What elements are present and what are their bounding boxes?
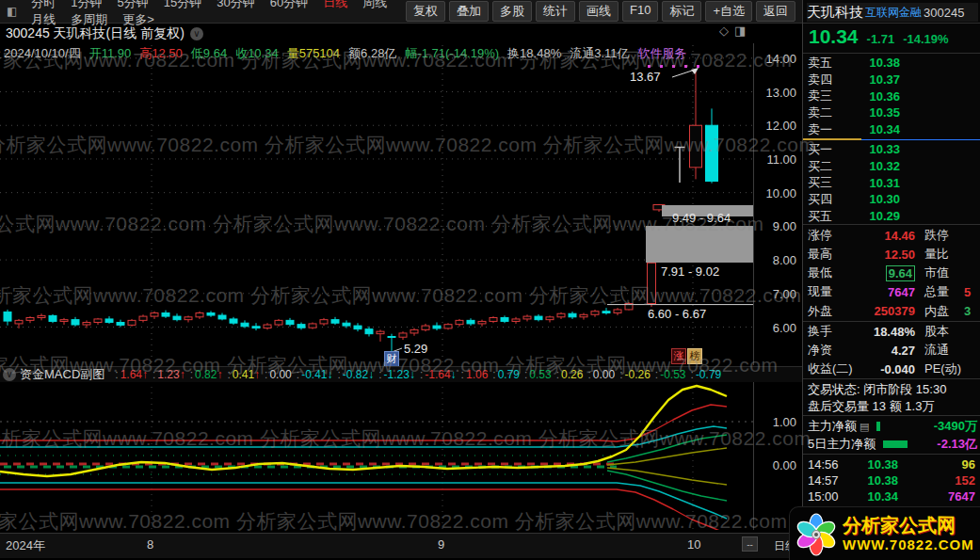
macd-value-number: 1.06	[466, 368, 488, 381]
stat-value: 12.50	[857, 248, 915, 262]
macd-value-number: 0.00	[269, 368, 291, 381]
tick-time: 15:00	[808, 489, 849, 504]
last-price: 10.34	[809, 25, 859, 48]
toolbar-button-画线[interactable]: 画线	[579, 1, 619, 22]
flow-bar	[876, 422, 880, 431]
toolbar-button-复权[interactable]: 复权	[406, 1, 445, 22]
stat-label: 换手	[808, 323, 857, 340]
macd-value: :0.53	[524, 368, 552, 381]
order-level-label: 买五	[808, 208, 847, 225]
stat-row: 涨停14.46跌停	[803, 226, 980, 245]
toolbar-button-F10[interactable]: F10	[622, 1, 658, 22]
bid-row-买二[interactable]: 买二10.32	[803, 158, 980, 175]
stock-app-window: ◧ 分时1分钟5分钟15分钟30分钟60分钟日线周线月线多周期更多> 复权叠加多…	[0, 0, 980, 560]
macd-value-number: -1.64	[425, 368, 450, 381]
tick-row: 14:5610.3896	[803, 456, 980, 472]
site-logo[interactable]: 分析家公式网 WWW.70822.COM	[789, 506, 980, 560]
bid-row-买三[interactable]: 买三10.31	[803, 174, 980, 191]
macd-value-separator: :	[115, 368, 118, 381]
order-level-price: 10.38	[847, 56, 900, 70]
period-button-1分钟[interactable]: 1分钟	[63, 0, 109, 9]
stock-name: 天玑科技	[807, 4, 863, 22]
arrow-up-icon: ↑	[217, 368, 222, 381]
main-flow-value: -3490万	[934, 418, 977, 435]
macd-value: :0.41↑	[227, 368, 260, 381]
toolbar-button-叠加[interactable]: 叠加	[449, 1, 489, 22]
tick-volume: 152	[898, 473, 975, 488]
list-icon[interactable]: ▤	[860, 421, 869, 433]
ask-row-卖五[interactable]: 卖五10.38	[803, 55, 980, 72]
stat-label: 最高	[808, 246, 857, 263]
macd-value: :-0.79	[691, 368, 722, 381]
macd-value: :0.00	[265, 368, 292, 381]
axis-more-button[interactable]: --	[742, 536, 758, 552]
toolbar-button-统计[interactable]: 统计	[536, 1, 575, 22]
macd-value: :0.79	[492, 368, 520, 381]
window-layout-icon[interactable]: ◧	[7, 5, 17, 18]
period-button-周线[interactable]: 周线	[355, 0, 394, 9]
top-toolbar: ◧ 分时1分钟5分钟15分钟30分钟60分钟日线周线月线多周期更多> 复权叠加多…	[0, 0, 802, 24]
period-button-月线[interactable]: 月线	[24, 12, 63, 26]
bid-row-买五[interactable]: 买五10.29	[803, 208, 980, 225]
ask-row-卖四[interactable]: 卖四10.37	[803, 72, 980, 88]
period-button-更多>[interactable]: 更多>	[115, 12, 162, 26]
period-button-日线[interactable]: 日线	[315, 0, 355, 9]
period-button-分时[interactable]: 分时	[24, 0, 63, 9]
ohlc-segment: 软件服务	[638, 45, 687, 62]
period-button-5分钟[interactable]: 5分钟	[110, 0, 156, 9]
diamond-icon[interactable]: ◇	[719, 24, 734, 38]
order-level-price: 10.29	[847, 209, 900, 223]
macd-value: :-1.64↓	[420, 368, 457, 381]
price-change: -1.71	[867, 32, 895, 46]
bid-row-买一[interactable]: 买一10.33	[803, 141, 980, 158]
macd-value: :-0.82↓	[338, 368, 375, 381]
sector-link[interactable]: 互联网金融	[865, 5, 922, 21]
macd-value-separator: :	[587, 368, 590, 381]
stat-value: -0.040	[857, 362, 915, 376]
macd-panel-header: ∨ 资金MACD副图 :1.64↑:1.23↑:0.82↑:0.41↑:0.00…	[0, 366, 802, 382]
macd-indicator-title[interactable]: 资金MACD副图	[20, 366, 104, 382]
stat-label: 涨停	[808, 227, 857, 244]
period-button-多周期[interactable]: 多周期	[63, 12, 115, 26]
panel-toggle-icon[interactable]: ◨	[734, 24, 751, 38]
stat-value: 7647	[857, 285, 915, 299]
stat-label: 市值	[924, 264, 964, 281]
bid-row-买四[interactable]: 买四10.30	[803, 191, 980, 208]
tick-row: 15:0010.347647	[803, 488, 980, 504]
stat-value-clipped: 3	[964, 304, 979, 318]
stat-label: 收益(二)	[808, 360, 857, 377]
chevron-down-icon[interactable]: ∨	[190, 27, 203, 40]
x-axis-tick: 8	[147, 537, 153, 552]
x-axis-bar: -- 日线 2024年8910	[0, 533, 802, 558]
macd-indicator-chart[interactable]	[0, 381, 802, 530]
macd-value: :-0.53	[655, 368, 686, 381]
stat-label: 跌停	[924, 227, 964, 244]
stat-value: 9.64	[857, 266, 915, 280]
toolbar-button-+自选[interactable]: +自选	[705, 1, 752, 22]
toolbar-button-标记[interactable]: 标记	[662, 1, 701, 22]
gap-zone-box	[646, 226, 753, 263]
macd-value-separator: :	[338, 368, 341, 381]
order-level-price: 10.37	[847, 72, 900, 87]
arrow-down-icon: ↓	[451, 368, 457, 381]
chevron-down-icon[interactable]: ∨	[3, 368, 16, 381]
toolbar-button-多股[interactable]: 多股	[492, 1, 532, 22]
toolbar-button-返回[interactable]: 返回	[756, 1, 795, 22]
period-button-15分钟[interactable]: 15分钟	[156, 0, 209, 9]
macd-value: :-0.41↓	[297, 368, 333, 381]
candlestick-chart[interactable]	[0, 43, 802, 365]
trade-status: 交易状态: 闭市阶段 15:30	[808, 381, 980, 398]
order-level-price: 10.33	[847, 142, 900, 156]
order-level-price: 10.30	[847, 192, 900, 206]
arrow-up-icon: ↑	[142, 368, 148, 381]
order-level-label: 买三	[808, 174, 847, 191]
period-button-60分钟[interactable]: 60分钟	[263, 0, 315, 9]
period-button-30分钟[interactable]: 30分钟	[209, 0, 262, 9]
arrow-up-icon: ↑	[180, 368, 185, 381]
ask-row-卖二[interactable]: 卖二10.35	[803, 104, 980, 121]
macd-value-number: 0.00	[593, 368, 615, 381]
sell-queue: 卖五10.38卖四10.37卖三10.36卖二10.35卖一10.34	[803, 55, 980, 137]
period-button-group: 分时1分钟5分钟15分钟30分钟60分钟日线周线月线多周期更多>	[24, 0, 404, 28]
ask-row-卖一[interactable]: 卖一10.34	[803, 121, 980, 138]
ask-row-卖三[interactable]: 卖三10.36	[803, 88, 980, 104]
